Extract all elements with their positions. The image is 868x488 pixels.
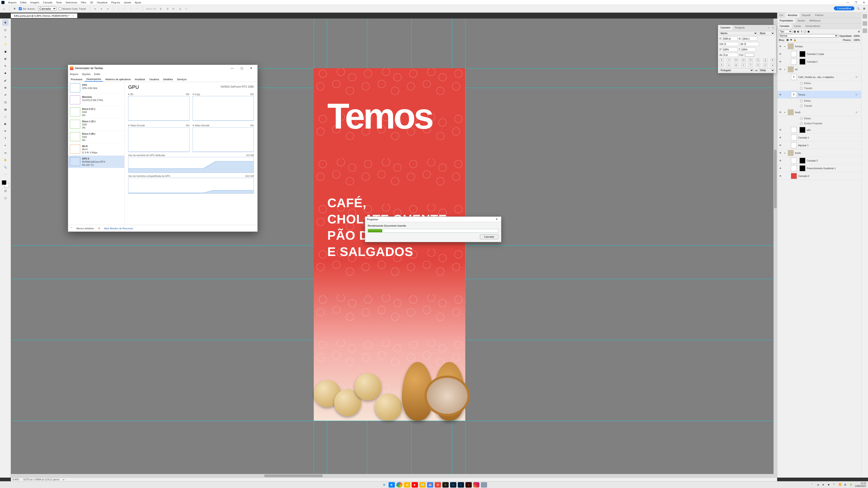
layer-name[interactable]: Preenchimento Gradiente 1 [807, 167, 860, 170]
crop-tool[interactable]: ▣ [2, 48, 8, 55]
distribute-top-icon[interactable]: ⋮ [116, 7, 121, 11]
layer-fx-badge[interactable]: fx ˅ [856, 111, 860, 113]
layer-mask-thumbnail[interactable] [800, 158, 805, 164]
layer-visibility-toggle[interactable]: 👁 [777, 136, 783, 139]
layer-thumbnail[interactable] [791, 142, 797, 148]
subscript[interactable]: T₁ [756, 58, 760, 62]
layer-visibility-toggle[interactable]: 👁 [777, 60, 783, 63]
panel-collapse-icon[interactable]: » [766, 25, 770, 30]
layer-thumbnail[interactable] [791, 74, 797, 80]
layer-row[interactable]: 👁 Preenchimento Gradiente 1 [777, 164, 861, 172]
menu-item[interactable]: Arquivo [8, 1, 17, 4]
tray-time[interactable]: 13:31 [855, 482, 866, 485]
taskbar-app[interactable]: Ai [465, 482, 472, 488]
layer-thumbnail[interactable] [788, 109, 794, 115]
layer-thumbnail[interactable] [788, 66, 794, 72]
small-caps[interactable]: Tt [741, 58, 745, 62]
faux-italic[interactable]: T [727, 58, 731, 62]
layer-visibility-toggle[interactable]: 👁 [777, 53, 783, 55]
workspace-icon[interactable]: ▦ [862, 6, 866, 10]
all-caps[interactable]: TT [734, 58, 738, 62]
font-size[interactable] [723, 37, 737, 41]
taskbar-app[interactable] [473, 482, 479, 488]
brush-tool[interactable]: 🖌 [2, 77, 8, 84]
tm-tab[interactable]: Histórico de aplicativos [103, 77, 133, 81]
taskmgr-side-item[interactable]: Disco 2 (B:)SSD0% [68, 131, 124, 143]
layer-name[interactable]: Temos [798, 93, 856, 96]
type-tool[interactable]: T [2, 135, 8, 141]
layer-fx-line[interactable]: Traçado [777, 103, 861, 108]
fx-visibility-toggle[interactable] [800, 122, 803, 125]
tab-layers[interactable]: Camadas [777, 24, 792, 29]
layer-thumbnail[interactable] [791, 173, 797, 179]
progress-close-icon[interactable]: ✕ [494, 218, 499, 221]
layer-expand-toggle[interactable]: ▸ [783, 45, 786, 47]
layer-name[interactable]: fumaça [795, 45, 860, 48]
layer-mask-thumbnail[interactable] [800, 51, 805, 57]
tab-paragraph[interactable]: Parágrafo [733, 25, 747, 30]
layer-name[interactable]: Camada 2 [807, 60, 860, 63]
taskmgr-side-item[interactable]: Memória23,2/31,8 GB (73%) [68, 94, 124, 106]
filter-smart-icon[interactable]: ▣ [807, 30, 810, 33]
menu-item[interactable]: Filtro [81, 1, 86, 4]
menu-item[interactable]: Camada [43, 1, 53, 4]
color-swatches[interactable] [2, 180, 9, 188]
character-panel[interactable]: Caractere Parágrafo » ≡ Macho Black tT A… [718, 25, 776, 73]
strip-icon[interactable] [863, 29, 867, 33]
edit-toolbar[interactable]: ⋯ [2, 171, 8, 177]
taskmgr-maximize[interactable]: ▢ [237, 67, 246, 70]
hand-tool[interactable]: ✋ [2, 157, 8, 163]
taskbar-app[interactable]: ▶ [389, 482, 395, 488]
filter-adjust-icon[interactable]: ◐ [797, 30, 800, 33]
taskmgr-sidebar[interactable]: CPU22% 4,56 GHz Memória23,2/31,8 GB (73%… [68, 82, 125, 225]
quickmask-toggle[interactable]: ◫ [2, 188, 8, 194]
lock-all-icon[interactable]: 🔒 [794, 38, 797, 41]
layer-expand-toggle[interactable]: ▸ [783, 111, 786, 113]
tab-close-icon[interactable]: × [72, 14, 74, 17]
layer-expand-toggle[interactable]: ▸ [783, 152, 786, 154]
layer-row[interactable]: 👁 pão [777, 126, 861, 134]
status-chevron-icon[interactable]: ▸ [63, 478, 64, 481]
baseline[interactable] [723, 53, 738, 57]
progress-dialog[interactable]: Progresso ✕ Renderizando Documento Inser… [365, 217, 501, 242]
window-restore-button[interactable]: ❐ [852, 0, 860, 5]
layer-row[interactable]: 👁 Agrupar 1 [777, 141, 861, 149]
tab-adjustments[interactable]: Ajustes [795, 18, 807, 23]
dodge-tool[interactable]: ◐ [2, 121, 8, 127]
opacity-value[interactable]: 100% [854, 35, 860, 37]
anti-alias[interactable]: Nítida [759, 68, 775, 72]
taskbar-app[interactable]: Lr [458, 482, 464, 488]
layer-thumbnail[interactable] [791, 127, 797, 133]
layer-visibility-toggle[interactable]: 👁 [777, 129, 783, 131]
distribute-center-v-icon[interactable]: ⋮ [123, 7, 127, 11]
layer-visibility-toggle[interactable]: 👁 [777, 93, 783, 96]
layer-group-row[interactable]: 👁 ▸ fumaça [777, 42, 861, 50]
layer-mask-thumbnail[interactable] [800, 165, 805, 171]
tab-color[interactable]: Cor [777, 13, 785, 18]
layer-group-row[interactable]: 👁 ▸ food) fx ˅ [777, 108, 861, 116]
ot-titling[interactable]: T [749, 63, 753, 67]
layer-visibility-toggle[interactable]: 👁 [777, 144, 783, 147]
ot-zero[interactable]: ø [771, 63, 775, 67]
mode3d-icon[interactable]: ◧ [159, 7, 163, 11]
layer-fx-badge[interactable]: fx ˅ [856, 76, 860, 78]
layer-fx-line[interactable]: Sombra Projetada [777, 121, 861, 126]
menu-item[interactable]: Visualizar [97, 1, 107, 4]
tray-up-icon[interactable]: ˄ [811, 483, 815, 486]
menu-item[interactable]: Texto [56, 1, 62, 4]
frame-tool[interactable]: ⊞ [2, 56, 8, 62]
tab-paths[interactable]: Demarcadores [803, 24, 823, 29]
taskmgr-minimize[interactable]: — [228, 67, 237, 70]
taskmgr-side-item[interactable]: Disco 1 (G:)SSD0% [68, 119, 124, 131]
magic-wand-tool[interactable]: ✨ [2, 41, 8, 47]
tab-channels[interactable]: Canais [792, 24, 803, 29]
text-language[interactable]: Português [719, 68, 754, 72]
task-manager-window[interactable]: Gerenciador de Tarefas — ▢ ✕ Arquivo Opç… [68, 65, 258, 232]
layer-name[interactable]: txt [795, 68, 860, 71]
taskmgr-side-item[interactable]: CPU22% 4,56 GHz [68, 82, 124, 94]
layer-group-row[interactable]: 👁 ▸ txt [777, 66, 861, 73]
fx-visibility-toggle[interactable] [800, 82, 803, 85]
tm-tab[interactable]: Serviços [175, 77, 188, 81]
mode3d-icon[interactable]: ◨ [165, 7, 169, 11]
tm-menu-item[interactable]: Arquivo [70, 73, 78, 75]
